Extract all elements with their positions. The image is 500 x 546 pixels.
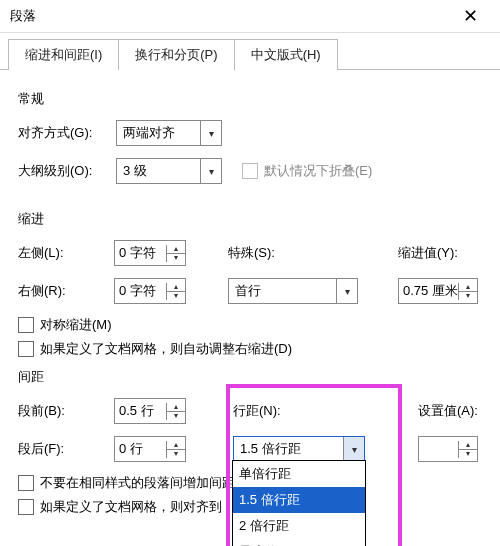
- line-spacing-dropdown[interactable]: 单倍行距 1.5 倍行距 2 倍行距 最小值: [232, 460, 366, 546]
- indent-special-label: 特殊(S):: [228, 244, 275, 262]
- line-spacing-option[interactable]: 单倍行距: [233, 461, 365, 487]
- line-spacing-option[interactable]: 2 倍行距: [233, 513, 365, 539]
- alignment-label: 对齐方式(G):: [18, 124, 106, 142]
- space-after-spinner[interactable]: 0 行 ▴▾: [114, 436, 186, 462]
- tab-line-page-breaks[interactable]: 换行和分页(P): [118, 39, 234, 70]
- indent-left-label: 左侧(L):: [18, 244, 106, 262]
- indent-left-spinner[interactable]: 0 字符 ▴▾: [114, 240, 186, 266]
- outline-level-label: 大纲级别(O):: [18, 162, 106, 180]
- mirror-indents-checkbox[interactable]: [18, 317, 34, 333]
- close-icon[interactable]: ✕: [449, 3, 492, 29]
- indent-by-label: 缩进值(Y):: [398, 244, 458, 262]
- tab-indent-spacing[interactable]: 缩进和间距(I): [8, 39, 119, 70]
- auto-adjust-indent-label: 如果定义了文档网格，则自动调整右缩进(D): [40, 340, 292, 358]
- indent-right-label: 右侧(R):: [18, 282, 106, 300]
- line-spacing-label: 行距(N):: [233, 402, 281, 420]
- indent-by-spinner[interactable]: 0.75 厘米 ▴▾: [398, 278, 478, 304]
- line-spacing-select[interactable]: 1.5 倍行距 ▾: [233, 436, 365, 462]
- collapse-default-label: 默认情况下折叠(E): [264, 162, 372, 180]
- section-spacing: 间距: [18, 368, 482, 386]
- space-after-label: 段后(F):: [18, 440, 106, 458]
- indent-special-select[interactable]: 首行 ▾: [228, 278, 358, 304]
- line-spacing-option[interactable]: 最小值: [233, 539, 365, 546]
- snap-to-grid-label: 如果定义了文档网格，则对齐到: [40, 498, 222, 516]
- collapse-default-checkbox[interactable]: [242, 163, 258, 179]
- chevron-down-icon: ▾: [200, 159, 221, 183]
- spacing-at-label: 设置值(A):: [418, 402, 478, 420]
- alignment-combo[interactable]: 两端对齐 ▾: [116, 120, 222, 146]
- no-space-same-style-checkbox[interactable]: [18, 475, 34, 491]
- space-before-label: 段前(B):: [18, 402, 106, 420]
- spacing-at-spinner[interactable]: ▴▾: [418, 436, 478, 462]
- chevron-down-icon: ▾: [343, 437, 364, 461]
- tab-asian-typography[interactable]: 中文版式(H): [234, 39, 338, 70]
- dialog-title: 段落: [10, 7, 409, 25]
- outline-level-combo[interactable]: 3 级 ▾: [116, 158, 222, 184]
- chevron-down-icon: ▾: [336, 279, 357, 303]
- snap-to-grid-checkbox[interactable]: [18, 499, 34, 515]
- no-space-same-style-label: 不要在相同样式的段落间增加间距: [40, 474, 235, 492]
- mirror-indents-label: 对称缩进(M): [40, 316, 112, 334]
- space-before-spinner[interactable]: 0.5 行 ▴▾: [114, 398, 186, 424]
- auto-adjust-indent-checkbox[interactable]: [18, 341, 34, 357]
- indent-right-spinner[interactable]: 0 字符 ▴▾: [114, 278, 186, 304]
- line-spacing-option[interactable]: 1.5 倍行距: [233, 487, 365, 513]
- section-indent: 缩进: [18, 210, 482, 228]
- section-general: 常规: [18, 90, 482, 108]
- chevron-down-icon: ▾: [200, 121, 221, 145]
